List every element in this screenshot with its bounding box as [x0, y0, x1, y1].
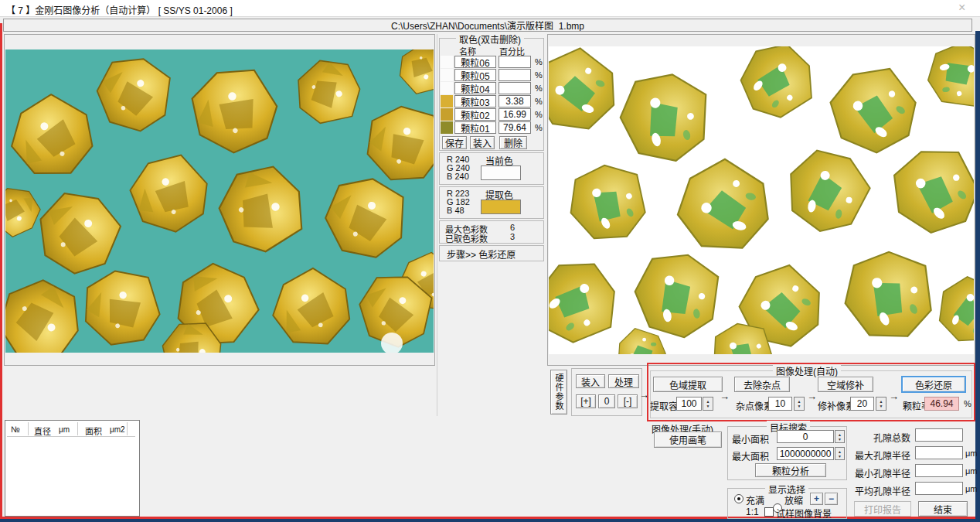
results-listbox[interactable] [5, 420, 140, 517]
fill-radio-label[interactable]: 充满 [746, 493, 764, 507]
particle-rate-unit: % [964, 399, 971, 408]
hw-load-button[interactable]: 装入 [576, 374, 605, 388]
pore-total-label: 孔隙总数 [836, 431, 910, 444]
zoom-radio-label[interactable]: 放缩 [784, 493, 803, 507]
save-colors-button[interactable]: 保存 [442, 136, 467, 149]
finish-button[interactable]: 结束 [918, 501, 968, 517]
particle-percent-cell: 3.38 [499, 95, 531, 107]
sample-background-checkbox[interactable] [764, 507, 774, 517]
current-b: B 240 [447, 172, 469, 181]
pore-total-field [915, 428, 963, 442]
particle-name-cell[interactable]: 颗粒05 [454, 69, 496, 81]
color-swatch[interactable] [441, 121, 453, 134]
zoom-in-button[interactable]: + [810, 493, 823, 505]
particle-percent-cell: 16.99 [499, 108, 531, 121]
percent-sign: % [535, 57, 543, 67]
results-no-header: № [11, 425, 20, 434]
particle-analysis-button[interactable]: 颗粒分析 [755, 463, 826, 477]
color-swatch[interactable] [441, 56, 453, 68]
max-colors-value: 6 [510, 223, 515, 232]
particle-name-cell[interactable]: 颗粒06 [454, 56, 496, 68]
color-restore-button[interactable]: 色彩还原 [901, 376, 966, 393]
min-area-field[interactable]: 0 [777, 430, 834, 443]
repair-pixels-field[interactable]: 20 [850, 397, 874, 411]
color-picker-groupbox [439, 38, 544, 151]
column-divider [437, 34, 437, 416]
avg-pore-radius-field [915, 482, 963, 495]
particle-name-cell[interactable]: 颗粒03 [454, 95, 496, 107]
max-pore-radius-field [915, 446, 963, 459]
results-area-header: 面积 [85, 425, 102, 437]
red-frame-left [0, 23, 2, 519]
color-range-extract-button[interactable]: 色域提取 [653, 377, 723, 392]
use-brush-button[interactable]: 使用画笔 [654, 432, 722, 448]
color-swatch[interactable] [441, 82, 453, 94]
spin-down-icon[interactable]: ▼ [798, 404, 801, 408]
repair-pixels-spinner[interactable]: ▲▼ [876, 397, 886, 411]
flow-arrow-icon: → [889, 391, 899, 402]
color-swatch[interactable] [441, 95, 453, 107]
particle-name-cell[interactable]: 颗粒02 [454, 108, 496, 121]
results-col-divider [28, 422, 29, 435]
percent-sign: % [535, 110, 543, 119]
flow-arrow-icon: → [807, 391, 817, 402]
hw-plus-button[interactable]: [+] [576, 394, 596, 408]
picked-color-swatch [481, 200, 521, 214]
max-pore-radius-unit: μm [965, 449, 978, 458]
results-area-unit: μm2 [110, 425, 125, 434]
spin-down-icon[interactable]: ▼ [706, 404, 710, 408]
title-bar: 【 7 】金刚石图像分析（自动计算） [ SS/YS 01-2006 ] × [0, 0, 980, 17]
window-title: 【 7 】金刚石图像分析（自动计算） [ SS/YS 01-2006 ] [6, 3, 233, 16]
min-pore-radius-unit: μm [965, 466, 978, 476]
current-color-swatch [481, 165, 521, 180]
particle-name-cell[interactable]: 颗粒01 [454, 121, 496, 134]
source-image-view[interactable] [5, 49, 434, 353]
max-pore-radius-label: 最大孔隙半径 [836, 449, 910, 462]
noise-pixels-field[interactable]: 10 [768, 397, 792, 411]
color-picker-legend: 取色(双击删除) [456, 32, 524, 46]
load-colors-button[interactable]: 装入 [470, 136, 495, 149]
spin-down-icon[interactable]: ▼ [880, 404, 883, 408]
percent-sign: % [535, 97, 543, 106]
extract-tolerance-field[interactable]: 100 [676, 397, 702, 411]
results-col-divider [127, 422, 128, 435]
file-path: C:\Users\ZHAN\Documents\演示版样图_1.bmp [391, 19, 584, 32]
color-swatch[interactable] [441, 108, 453, 121]
noise-pixels-spinner[interactable]: ▲▼ [794, 397, 805, 411]
repair-pixels-label: 修补像素 [818, 399, 855, 412]
fill-radio[interactable] [734, 494, 744, 503]
extract-tolerance-spinner[interactable]: ▲▼ [703, 397, 713, 411]
particle-percent-cell [499, 82, 531, 94]
remove-noise-button[interactable]: 去除杂点 [734, 377, 790, 392]
min-pore-radius-field [915, 464, 963, 477]
max-area-label: 最大面积 [732, 449, 769, 462]
particle-rate-field: 46.94 [924, 397, 959, 411]
hw-minus-button[interactable]: [-] [618, 394, 638, 408]
flow-arrow-icon: → [720, 391, 730, 402]
hardware-params-button[interactable]: 硬件参数 [550, 370, 567, 415]
processed-image-view[interactable] [549, 46, 974, 354]
results-diameter-unit: μm [59, 425, 70, 434]
noise-pixels-label: 杂点像素 [736, 399, 773, 412]
sample-background-label[interactable]: 试样图像背景 [776, 507, 832, 520]
min-area-label: 最小面积 [732, 432, 769, 445]
particle-name-cell[interactable]: 颗粒04 [454, 82, 496, 94]
avg-pore-radius-label: 平均孔隙半径 [836, 484, 910, 497]
close-icon[interactable]: × [958, 1, 965, 15]
hw-process-button[interactable]: 处理 [608, 374, 639, 388]
step-hint: 步骤>> 色彩还原 [447, 247, 516, 261]
results-col-divider [77, 422, 78, 435]
screen-edge-bottom [0, 519, 980, 522]
hole-repair-button[interactable]: 空域修补 [818, 377, 873, 392]
delete-color-button[interactable]: 删除 [499, 136, 527, 149]
hw-zero-button[interactable]: 0 [598, 394, 615, 408]
avg-pore-radius-unit: μm [965, 484, 978, 493]
particle-percent-cell [499, 56, 531, 68]
print-report-button[interactable]: 打印报告 [854, 501, 911, 517]
picked-colors-value: 3 [510, 232, 515, 241]
percent-sign: % [535, 123, 543, 132]
one-to-one-radio-label[interactable]: 1:1 [746, 507, 759, 517]
results-header-divider [7, 436, 135, 437]
max-area-field[interactable]: 1000000000 [777, 447, 834, 460]
color-swatch[interactable] [441, 69, 453, 81]
